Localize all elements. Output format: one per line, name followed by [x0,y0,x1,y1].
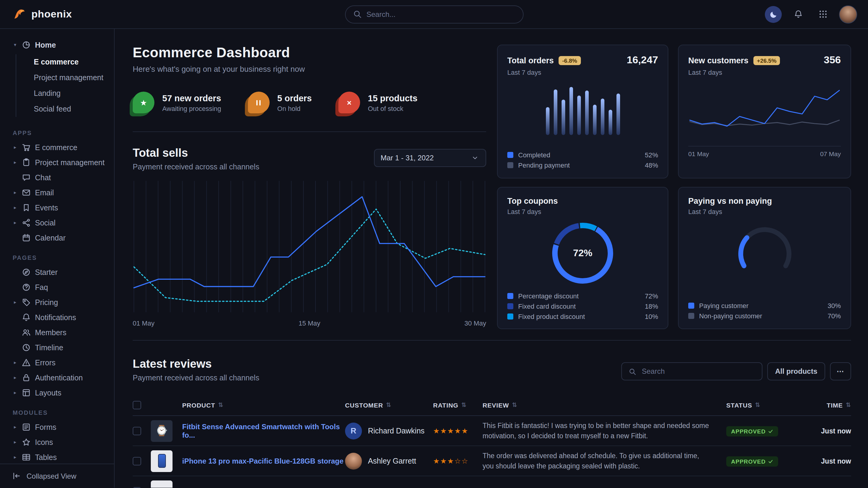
product-link[interactable]: iPhone 13 pro max-Pacific Blue-128GB sto… [182,457,345,465]
total-sells-x-axis: 01 May 15 May 30 May [133,320,486,327]
top-coupons-donut-chart: 72% [550,220,616,286]
sidebar-item-notifications[interactable]: Notifications [0,310,114,325]
sidebar-item-home[interactable]: ▾ Home [0,37,114,53]
global-search[interactable] [345,5,523,23]
sidebar-section-pages: PAGES [0,246,114,265]
sidebar-subitem-project-management[interactable]: Project management [16,70,114,86]
customer-cell[interactable]: R Richard Dawkins [345,422,433,439]
pie-chart-icon [22,40,31,50]
sidebar-item-forms[interactable]: ▸ Forms [0,420,114,435]
sort-icon[interactable]: ⇅ [218,401,223,408]
customer-cell[interactable]: Ashley Garrett [345,452,433,469]
product-thumbnail[interactable]: ⌚ [151,420,173,442]
calendar-icon [22,233,31,242]
latest-reviews-section: Latest reviews Payment received across a… [133,357,851,488]
grid-dots-icon [818,10,827,19]
user-avatar[interactable] [839,5,857,23]
select-all-checkbox[interactable] [133,400,141,409]
reviews-table-header: PRODUCT⇅ CUSTOMER⇅ RATING⇅ REVIEW⇅ STATU… [133,394,851,416]
leaf-badge-green: ★ [133,92,154,113]
sidebar-item-ecommerce-app[interactable]: ▸ E commerce [0,140,114,155]
sidebar-item-social[interactable]: ▸ Social [0,215,114,230]
clock-icon [22,343,31,352]
sort-icon[interactable]: ⇅ [755,401,761,408]
sort-icon[interactable]: ⇅ [461,401,467,408]
reviews-search[interactable] [621,362,763,380]
main-content: Ecommerce Dashboard Here's what's going … [115,29,868,488]
sidebar-item-icons[interactable]: ▸ Icons [0,435,114,450]
star-icon: ★ [140,98,147,107]
collapse-icon [12,471,21,481]
avatar: R [345,422,362,439]
brand-logo[interactable]: phoenix [12,7,72,22]
sidebar-section-apps: APPS [0,121,114,140]
status-badge: APPROVED [726,456,778,466]
sidebar-subitem-landing[interactable]: Landing [16,86,114,101]
dashboard-left-column: Ecommerce Dashboard Here's what's going … [133,44,486,329]
product-link[interactable]: Fitbit Sense Advanced Smartwatch with To… [182,422,345,439]
sidebar-subitem-ecommerce[interactable]: E commerce [16,54,114,70]
sidebar-item-members[interactable]: Members [0,325,114,340]
chevron-right-icon: ▸ [13,455,18,460]
sidebar-item-tables[interactable]: ▸ Tables [0,450,114,464]
donut-center-value: 72% [550,220,616,286]
layout-icon [22,388,31,397]
apps-menu-button[interactable] [814,6,831,23]
brand-name: phoenix [31,8,72,20]
sidebar-item-pricing[interactable]: ▸ Pricing [0,295,114,310]
sidebar-subitem-social-feed[interactable]: Social feed [16,101,114,117]
more-options-button[interactable]: ⋯ [830,362,851,380]
chevron-right-icon: ▸ [13,300,18,305]
row-checkbox[interactable] [133,487,141,488]
latest-reviews-subtitle: Payment received across all channels [133,374,259,382]
chevron-right-icon: ▸ [13,160,18,165]
avatar [345,452,362,469]
sort-icon[interactable]: ⇅ [512,401,518,408]
sidebar-item-calendar[interactable]: Calendar [0,230,114,246]
sidebar-item-chat[interactable]: Chat [0,170,114,185]
new-customers-badge: +26.5% [753,56,780,65]
product-thumbnail[interactable] [151,450,173,472]
sidebar-item-faq[interactable]: Faq [0,280,114,295]
review-text: This Fitbit is fantastic! I was trying t… [483,421,726,441]
check-icon [768,429,774,434]
lock-icon [22,373,31,382]
sidebar-item-email[interactable]: ▸ Email [0,185,114,200]
bell-icon [794,9,803,19]
chevron-right-icon: ▸ [13,390,18,395]
bell-icon [22,313,31,322]
home-submenu: E commerce Project management Landing So… [16,54,114,117]
top-navbar: phoenix [0,0,868,29]
chevron-right-icon: ▸ [13,440,18,445]
global-search-input[interactable] [367,10,516,19]
reviews-search-input[interactable] [642,367,756,376]
page-subtitle: Here's what's going on at your business … [133,65,486,73]
sidebar-item-layouts[interactable]: ▸ Layouts [0,385,114,400]
product-thumbnail[interactable] [151,480,173,488]
theme-toggle-button[interactable] [765,6,782,23]
sidebar-item-errors[interactable]: ▸ Errors [0,355,114,370]
new-customers-x-axis: 01 May 07 May [688,146,841,157]
compass-icon [22,268,31,277]
new-customers-line-chart [688,86,841,145]
sort-icon[interactable]: ⇅ [386,401,392,408]
sort-icon[interactable]: ⇅ [846,401,851,408]
sidebar-item-events[interactable]: ▸ Events [0,200,114,215]
check-icon [768,459,774,464]
chevron-right-icon: ▸ [13,205,18,210]
notifications-button[interactable] [789,6,806,23]
sidebar-item-project-management-app[interactable]: ▸ Project management [0,155,114,170]
page-title: Ecommerce Dashboard [133,44,486,61]
star-icon [22,438,31,447]
collapsed-view-toggle[interactable]: Collapsed View [0,464,114,488]
question-circle-icon [22,283,31,292]
sidebar-item-timeline[interactable]: Timeline [0,340,114,355]
row-checkbox[interactable] [133,457,141,465]
sidebar-item-starter[interactable]: Starter [0,265,114,280]
sidebar-item-authentication[interactable]: ▸ Authentication [0,370,114,385]
all-products-button[interactable]: All products [767,362,825,380]
row-checkbox[interactable] [133,426,141,435]
date-range-select[interactable]: Mar 1 - 31, 2022 [374,149,486,167]
legend-paying-customer: Paying customer 30% [688,302,841,309]
time-cell: Just now [798,457,851,464]
